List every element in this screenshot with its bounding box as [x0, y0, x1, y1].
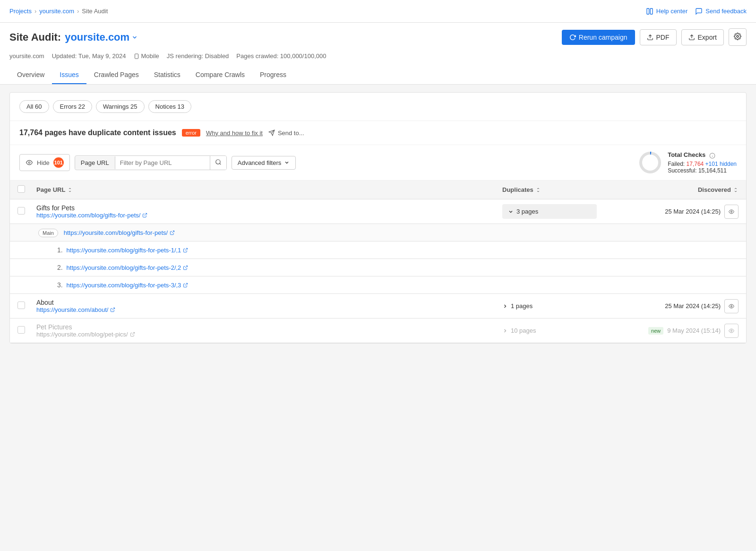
- row-page-url[interactable]: https://yoursite.com/about/: [36, 306, 502, 313]
- breadcrumb-current: Site Audit: [82, 8, 108, 15]
- sort-icon: [535, 187, 541, 193]
- sub-url-2[interactable]: https://yoursite.com/blog/gifts-for-pets…: [67, 264, 189, 271]
- breadcrumb-projects[interactable]: Projects: [9, 8, 32, 15]
- table-row: Gifts for Pets https://yoursite.com/blog…: [10, 199, 746, 224]
- svg-line-19: [172, 231, 174, 233]
- row-checkbox[interactable]: [17, 326, 25, 334]
- eye-icon: [728, 303, 735, 309]
- external-link-icon: [183, 248, 188, 253]
- sub-url-main[interactable]: https://yoursite.com/blog/gifts-for-pets…: [64, 229, 175, 236]
- sub-row-numbered: 1. https://yoursite.com/blog/gifts-for-p…: [10, 241, 746, 259]
- send-icon: [268, 129, 275, 136]
- table-header: Page URL Duplicates Discovered: [10, 181, 746, 199]
- external-link-icon: [110, 307, 115, 312]
- external-link-icon: [183, 283, 188, 288]
- rerun-campaign-button[interactable]: Rerun campaign: [562, 30, 635, 45]
- tab-compare-crawls[interactable]: Compare Crawls: [188, 66, 252, 84]
- sub-row-numbered: 3. https://yoursite.com/blog/gifts-for-p…: [10, 276, 746, 294]
- eye-button[interactable]: [724, 205, 739, 219]
- select-all-checkbox[interactable]: [17, 185, 25, 193]
- search-input[interactable]: [115, 156, 210, 169]
- advanced-filters-button[interactable]: Advanced filters: [232, 156, 296, 170]
- svg-line-23: [112, 308, 115, 310]
- filter-warnings[interactable]: Warnings 25: [96, 100, 145, 113]
- chevron-right-icon: [502, 303, 508, 309]
- site-name-dropdown[interactable]: yoursite.com: [65, 31, 138, 43]
- hide-button[interactable]: Hide 101: [19, 154, 70, 171]
- total-checks: Total Checks Failed: 17,764 +101 hidden …: [638, 151, 737, 174]
- chevron-right-icon: [502, 328, 508, 334]
- why-fix-link[interactable]: Why and how to fix it: [206, 129, 263, 137]
- filter-all[interactable]: All 60: [19, 100, 49, 113]
- duplicates-cell: 10 pages: [502, 327, 597, 334]
- chevron-down-icon: [131, 34, 138, 41]
- svg-line-20: [185, 248, 188, 250]
- settings-button[interactable]: [729, 28, 747, 46]
- external-link-icon: [130, 332, 135, 337]
- toolbar-row: Hide 101 Page URL Advanced filters: [10, 145, 746, 181]
- row-checkbox[interactable]: [17, 301, 25, 309]
- tab-overview[interactable]: Overview: [9, 66, 52, 84]
- book-icon: [646, 8, 653, 15]
- row-page-title: Pet Pictures: [36, 323, 502, 331]
- breadcrumb-site[interactable]: yoursite.com: [39, 8, 74, 15]
- header-actions: Rerun campaign PDF Export: [562, 28, 747, 46]
- svg-rect-1: [650, 9, 653, 14]
- issue-badge: error: [182, 129, 200, 137]
- tab-issues[interactable]: Issues: [52, 66, 86, 84]
- send-to-button[interactable]: Send to...: [268, 129, 304, 137]
- hide-count-badge: 101: [53, 157, 64, 168]
- external-link-icon: [170, 230, 175, 235]
- tab-statistics[interactable]: Statistics: [146, 66, 188, 84]
- external-link-icon: [183, 265, 188, 270]
- sub-row-main: Main https://yoursite.com/blog/gifts-for…: [10, 224, 746, 241]
- refresh-icon: [569, 34, 576, 41]
- discovered-column-header[interactable]: Discovered: [597, 186, 739, 193]
- svg-point-18: [731, 211, 732, 212]
- filter-notices[interactable]: Notices 13: [148, 100, 191, 113]
- svg-line-25: [132, 332, 134, 335]
- svg-point-10: [215, 159, 220, 164]
- page-url-column-header[interactable]: Page URL: [36, 186, 502, 193]
- row-page-title: About: [36, 299, 502, 306]
- failed-line: Failed: 17,764 +101 hidden: [668, 161, 737, 167]
- row-page-url[interactable]: https://yoursite.com/blog/pet-pics/: [36, 331, 502, 338]
- checkbox-header: [17, 185, 36, 194]
- filter-errors[interactable]: Errors 22: [53, 100, 92, 113]
- sub-url-3[interactable]: https://yoursite.com/blog/gifts-for-pets…: [67, 282, 189, 289]
- eye-button[interactable]: [724, 324, 739, 338]
- svg-point-12: [641, 153, 660, 172]
- main-content: All 60 Errors 22 Warnings 25 Notices 13 …: [0, 85, 756, 541]
- eye-icon: [728, 209, 735, 215]
- header-area: Site Audit: yoursite.com Rerun campaign …: [0, 23, 756, 85]
- help-center-link[interactable]: Help center: [646, 8, 687, 15]
- send-feedback-link[interactable]: Send feedback: [695, 8, 747, 15]
- sub-row-numbered: 2. https://yoursite.com/blog/gifts-for-p…: [10, 259, 746, 276]
- row-page-url[interactable]: https://yoursite.com/blog/gifts-for-pets…: [36, 212, 502, 219]
- svg-point-24: [731, 305, 732, 307]
- issues-container: All 60 Errors 22 Warnings 25 Notices 13 …: [9, 92, 747, 344]
- new-badge: new: [648, 327, 663, 335]
- page-title: Site Audit: yoursite.com: [9, 31, 138, 43]
- top-bar: Projects › yoursite.com › Site Audit Hel…: [0, 0, 756, 23]
- main-badge: Main: [38, 229, 58, 237]
- page-url-filter: Page URL: [75, 155, 227, 170]
- feedback-icon: [695, 8, 703, 15]
- svg-line-22: [185, 283, 188, 285]
- external-link-icon: [142, 213, 147, 218]
- export-button[interactable]: Export: [681, 29, 724, 45]
- duplicates-cell: 3 pages: [502, 204, 597, 219]
- discovered-cell: 25 Mar 2024 (14:25): [597, 205, 739, 219]
- sub-url-1[interactable]: https://yoursite.com/blog/gifts-for-pets…: [67, 247, 189, 254]
- svg-point-9: [28, 162, 30, 164]
- duplicates-column-header[interactable]: Duplicates: [502, 186, 597, 193]
- pdf-button[interactable]: PDF: [640, 29, 677, 45]
- top-bar-right: Help center Send feedback: [646, 8, 747, 15]
- tab-crawled-pages[interactable]: Crawled Pages: [86, 66, 146, 84]
- search-button[interactable]: [210, 156, 226, 170]
- info-icon: [709, 153, 715, 159]
- row-checkbox[interactable]: [17, 207, 25, 215]
- issue-title: 17,764 pages have duplicate content issu…: [19, 129, 176, 137]
- tab-progress[interactable]: Progress: [252, 66, 294, 84]
- eye-button[interactable]: [724, 299, 739, 313]
